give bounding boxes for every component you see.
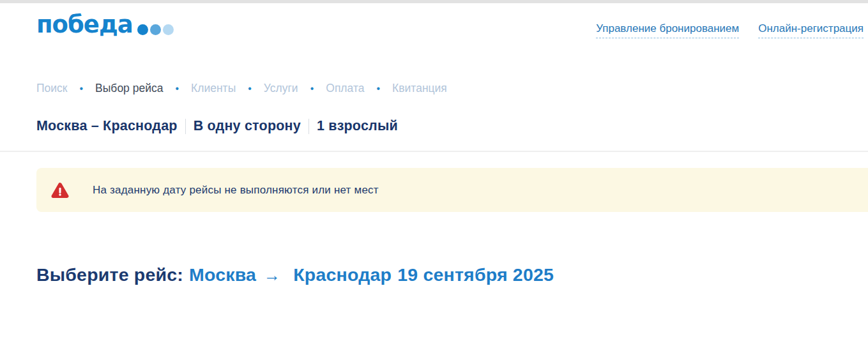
logo-dot-medium-icon: [150, 24, 161, 35]
trip-summary-divider: [308, 119, 309, 134]
heading-destination-city: Краснодар: [293, 264, 392, 285]
logo-dot-dark-icon: [137, 24, 148, 35]
heading-origin-city: Москва: [189, 264, 256, 285]
logo-text: победа: [36, 13, 133, 36]
top-border-strip: [0, 0, 868, 3]
step-search[interactable]: Поиск: [36, 82, 68, 95]
header-divider: [0, 151, 868, 152]
route-arrow-icon: →: [264, 266, 280, 285]
online-checkin-link[interactable]: Онлайн-регистрация: [758, 22, 864, 38]
heading-flight-date: 19 сентября 2025: [397, 264, 554, 285]
trip-type: В одну сторону: [194, 118, 301, 134]
trip-route: Москва – Краснодар: [36, 118, 178, 134]
breadcrumb-separator-dot: •: [248, 83, 252, 95]
step-flight-selection[interactable]: Выбор рейса: [95, 82, 163, 95]
pobeda-logo[interactable]: победа: [36, 13, 174, 36]
breadcrumb-separator-dot: •: [80, 83, 84, 95]
breadcrumb-separator-dot: •: [175, 83, 179, 95]
heading-prefix: Выберите рейс:: [36, 264, 183, 285]
alert-message: На заданную дату рейсы не выполняются ил…: [93, 184, 379, 197]
step-clients[interactable]: Клиенты: [191, 82, 236, 95]
breadcrumb-separator-dot: •: [376, 83, 380, 95]
step-receipt[interactable]: Квитанция: [392, 82, 447, 95]
warning-triangle-icon: [51, 182, 69, 199]
step-services[interactable]: Услуги: [264, 82, 298, 95]
no-flights-alert: На заданную дату рейсы не выполняются ил…: [36, 168, 868, 212]
page: победа Управление бронированием Онлайн-р…: [0, 0, 868, 348]
trip-summary: Москва – Краснодар В одну сторону 1 взро…: [36, 118, 398, 134]
breadcrumb-separator-dot: •: [310, 83, 314, 95]
logo-dot-light-icon: [163, 24, 174, 35]
logo-dots-icon: [135, 24, 174, 35]
select-flight-heading: Выберите рейс: Москва → Краснодар 19 сен…: [36, 264, 554, 285]
trip-summary-divider: [185, 119, 186, 134]
manage-booking-link[interactable]: Управление бронированием: [596, 22, 739, 38]
step-payment[interactable]: Оплата: [326, 82, 364, 95]
trip-passengers: 1 взрослый: [317, 118, 398, 134]
booking-steps-breadcrumb: Поиск • Выбор рейса • Клиенты • Услуги •…: [36, 82, 447, 95]
header-links: Управление бронированием Онлайн-регистра…: [596, 22, 864, 38]
